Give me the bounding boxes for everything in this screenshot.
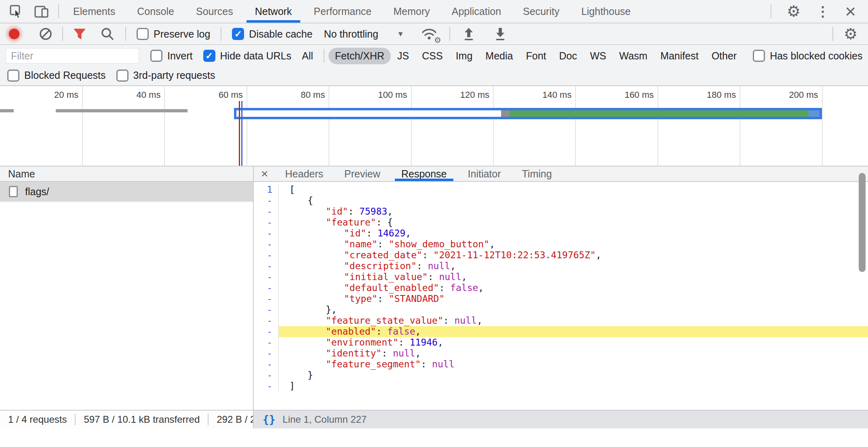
filter-type-fetch-xhr[interactable]: Fetch/XHR bbox=[329, 48, 391, 64]
detail-tab-headers[interactable]: Headers bbox=[275, 167, 334, 181]
code-line[interactable]: -] bbox=[254, 381, 868, 392]
detail-tab-initiator[interactable]: Initiator bbox=[457, 167, 512, 181]
code-line[interactable]: -"environment": 11946, bbox=[254, 337, 868, 348]
code-line[interactable]: -}, bbox=[254, 304, 868, 315]
code-line[interactable]: -"id": 14629, bbox=[254, 228, 868, 239]
code-line[interactable]: -"default_enabled": false, bbox=[254, 283, 868, 293]
detail-tab-response[interactable]: Response bbox=[391, 167, 457, 181]
throttling-caret-icon[interactable]: ▼ bbox=[397, 30, 404, 38]
token: "id" bbox=[344, 228, 366, 238]
import-har-icon[interactable] bbox=[461, 26, 476, 42]
code-line[interactable]: -"name": "show_demo_button", bbox=[254, 239, 868, 250]
filter-type-manifest[interactable]: Manifest bbox=[654, 48, 705, 64]
line-gutter[interactable]: - bbox=[254, 250, 279, 261]
close-detail-icon[interactable]: × bbox=[254, 167, 275, 181]
pretty-print-icon[interactable]: {} bbox=[254, 413, 282, 426]
line-content: [ bbox=[279, 184, 868, 195]
filter-type-ws[interactable]: WS bbox=[584, 48, 613, 64]
network-settings-icon[interactable]: ⚙ bbox=[844, 26, 857, 42]
selected-request-waterfall-bar[interactable] bbox=[234, 108, 822, 119]
filter-type-all[interactable]: All bbox=[295, 48, 320, 64]
tab-console[interactable]: Console bbox=[126, 0, 185, 23]
load-event-line bbox=[239, 101, 240, 166]
blocked-requests-checkbox[interactable] bbox=[7, 70, 19, 82]
code-line[interactable]: -"feature_segment": null bbox=[254, 359, 868, 370]
line-gutter[interactable]: - bbox=[254, 239, 279, 250]
device-toolbar-icon[interactable] bbox=[34, 4, 49, 19]
tab-sources[interactable]: Sources bbox=[185, 0, 244, 23]
filter-input[interactable] bbox=[6, 48, 139, 63]
filter-type-font[interactable]: Font bbox=[519, 48, 552, 64]
line-gutter[interactable]: - bbox=[254, 326, 279, 337]
tab-network[interactable]: Network bbox=[244, 0, 303, 23]
detail-tab-timing[interactable]: Timing bbox=[512, 167, 563, 181]
request-row-flags[interactable]: flags/ bbox=[0, 182, 253, 202]
tab-lighthouse[interactable]: Lighthouse bbox=[570, 0, 641, 23]
line-gutter[interactable]: - bbox=[254, 228, 279, 239]
tab-security[interactable]: Security bbox=[512, 0, 570, 23]
search-icon[interactable] bbox=[100, 27, 115, 41]
tab-memory[interactable]: Memory bbox=[382, 0, 440, 23]
tab-performance[interactable]: Performance bbox=[303, 0, 382, 23]
third-party-requests-checkbox[interactable] bbox=[116, 70, 129, 82]
code-line-highlighted[interactable]: -"enabled": false, bbox=[254, 326, 868, 337]
hide-data-urls-checkbox[interactable]: ✓ bbox=[203, 50, 215, 62]
line-gutter[interactable]: - bbox=[254, 348, 279, 359]
code-line[interactable]: -"identity": null, bbox=[254, 348, 868, 359]
name-column-header[interactable]: Name bbox=[0, 167, 253, 182]
filter-type-js[interactable]: JS bbox=[391, 48, 415, 64]
line-gutter[interactable]: - bbox=[254, 206, 279, 217]
filter-type-css[interactable]: CSS bbox=[415, 48, 449, 64]
filter-type-other[interactable]: Other bbox=[705, 48, 744, 64]
line-gutter[interactable]: - bbox=[254, 261, 279, 272]
code-line[interactable]: -"feature_state_value": null, bbox=[254, 315, 868, 326]
response-body-viewer[interactable]: 1[-{-"id": 75983,-"feature": {-"id": 146… bbox=[254, 182, 868, 410]
code-line[interactable]: 1[ bbox=[254, 184, 868, 195]
code-line[interactable]: -} bbox=[254, 370, 868, 381]
close-devtools-icon[interactable]: × bbox=[845, 2, 856, 21]
disable-cache-label: Disable cache bbox=[249, 28, 312, 40]
filter-type-wasm[interactable]: Wasm bbox=[613, 48, 654, 64]
vertical-scrollbar[interactable] bbox=[859, 173, 866, 272]
network-conditions-icon[interactable]: ⚙ bbox=[420, 26, 438, 42]
more-options-icon[interactable]: ⋮ bbox=[816, 4, 830, 18]
line-gutter[interactable]: - bbox=[254, 337, 279, 348]
tab-elements[interactable]: Elements bbox=[62, 0, 126, 23]
clear-network-log-icon[interactable] bbox=[39, 27, 53, 41]
preserve-log-checkbox[interactable] bbox=[137, 28, 149, 40]
invert-filter-checkbox[interactable] bbox=[150, 50, 162, 62]
code-line[interactable]: -"feature": { bbox=[254, 217, 868, 228]
filter-type-media[interactable]: Media bbox=[479, 48, 519, 64]
throttling-select[interactable]: No throttling bbox=[324, 28, 378, 40]
tab-application[interactable]: Application bbox=[441, 0, 512, 23]
code-line[interactable]: -"initial_value": null, bbox=[254, 272, 868, 283]
record-network-log-button[interactable] bbox=[9, 29, 19, 39]
line-gutter[interactable]: - bbox=[254, 293, 279, 304]
line-gutter[interactable]: - bbox=[254, 370, 279, 381]
filter-type-img[interactable]: Img bbox=[449, 48, 479, 64]
line-gutter[interactable]: - bbox=[254, 195, 279, 206]
code-line[interactable]: -"id": 75983, bbox=[254, 206, 868, 217]
code-line[interactable]: -"description": null, bbox=[254, 261, 868, 272]
has-blocked-cookies-checkbox[interactable] bbox=[753, 50, 765, 62]
line-gutter[interactable]: 1 bbox=[254, 184, 279, 195]
export-har-icon[interactable] bbox=[493, 26, 508, 42]
settings-icon[interactable]: ⚙ bbox=[787, 4, 801, 19]
line-gutter[interactable]: - bbox=[254, 315, 279, 326]
line-gutter[interactable]: - bbox=[254, 359, 279, 370]
line-gutter[interactable]: - bbox=[254, 217, 279, 228]
line-gutter[interactable]: - bbox=[254, 381, 279, 392]
code-line[interactable]: -{ bbox=[254, 195, 868, 206]
line-gutter[interactable]: - bbox=[254, 304, 279, 315]
inspect-element-icon[interactable] bbox=[9, 4, 23, 19]
filter-toggle-icon[interactable] bbox=[73, 27, 86, 41]
filter-type-doc[interactable]: Doc bbox=[552, 48, 583, 64]
code-line[interactable]: -"created_date": "2021-11-12T10:22:53.41… bbox=[254, 250, 868, 261]
line-gutter[interactable]: - bbox=[254, 283, 279, 293]
line-gutter[interactable]: - bbox=[254, 272, 279, 283]
code-line[interactable]: -"type": "STANDARD" bbox=[254, 293, 868, 304]
network-overview-timeline[interactable]: 20 ms40 ms60 ms80 ms100 ms120 ms140 ms16… bbox=[0, 86, 868, 167]
detail-tab-preview[interactable]: Preview bbox=[334, 167, 391, 181]
disable-cache-checkbox[interactable]: ✓ bbox=[232, 28, 244, 40]
token: } bbox=[308, 370, 313, 380]
